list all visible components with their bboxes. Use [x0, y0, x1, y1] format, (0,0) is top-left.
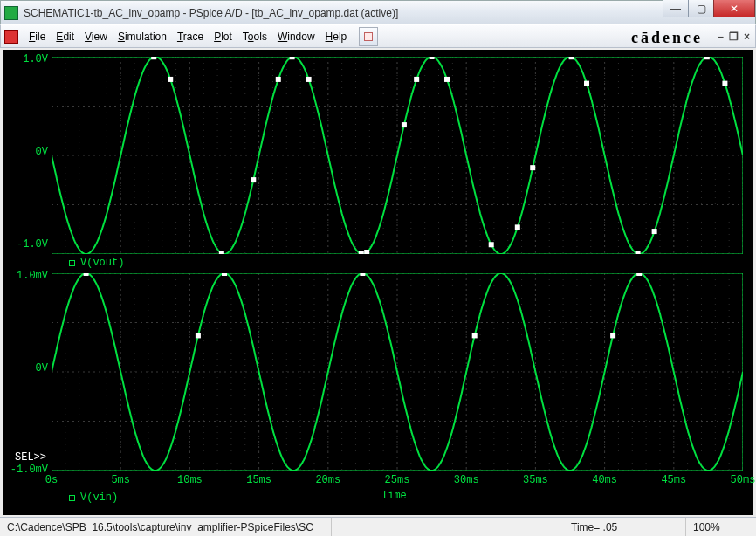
- ytick-top-1: 1.0V: [10, 53, 48, 65]
- menu-trace[interactable]: Trace: [172, 29, 209, 45]
- svg-rect-73: [290, 57, 295, 59]
- legend-vin[interactable]: V(vin): [69, 491, 118, 504]
- window-title: SCHEMATIC1-tb_AC_inv_opamp - PSpice A/D …: [24, 7, 398, 19]
- xtick-2: 10ms: [177, 474, 203, 486]
- ytick-bot-3: -1.0mV: [10, 464, 48, 476]
- legend-vout-label: V(vout): [80, 257, 124, 269]
- menu-edit[interactable]: Edit: [51, 29, 79, 45]
- xtick-9: 45ms: [661, 474, 686, 486]
- svg-rect-69: [168, 77, 173, 82]
- svg-rect-89: [722, 81, 727, 86]
- svg-rect-70: [219, 251, 224, 254]
- brand-logo: cādence: [631, 29, 703, 47]
- menu-tools[interactable]: Tools: [237, 29, 272, 45]
- xtick-10: 50ms: [731, 474, 756, 486]
- close-button[interactable]: ✕: [713, 0, 755, 17]
- x-axis-title: Time: [381, 490, 407, 502]
- legend-vout[interactable]: V(vout): [69, 257, 124, 269]
- menu-view[interactable]: View: [79, 29, 113, 45]
- ytick-bot-2: 0V: [10, 362, 48, 375]
- svg-rect-164: [636, 273, 642, 276]
- maximize-button[interactable]: ▢: [688, 0, 714, 17]
- legend-marker-icon: [69, 495, 75, 501]
- app-icon: [4, 6, 18, 20]
- svg-rect-162: [472, 333, 478, 338]
- svg-rect-163: [610, 333, 615, 338]
- ytick-top-3: -1.0V: [10, 238, 48, 251]
- legend-marker-icon: [69, 260, 75, 266]
- svg-rect-72: [276, 77, 281, 82]
- mdi-minimize[interactable]: –: [716, 31, 725, 43]
- svg-rect-83: [530, 165, 535, 170]
- menubar: File Edit View Simulation Trace Plot Too…: [0, 24, 756, 48]
- xtick-1: 5ms: [111, 474, 130, 486]
- ytick-top-2: 0V: [10, 146, 48, 158]
- svg-rect-68: [151, 57, 156, 59]
- status-zoom: 100%: [686, 518, 756, 536]
- svg-rect-75: [359, 251, 364, 254]
- svg-rect-84: [569, 57, 574, 59]
- toolbar-icon: [364, 32, 373, 41]
- mdi-buttons: – ❐ ×: [716, 31, 752, 43]
- mdi-restore[interactable]: ❐: [727, 31, 740, 43]
- xtick-5: 25ms: [385, 474, 410, 486]
- plot-container: 1.0V 0V -1.0V V(vout) 1.0mV 0V SEL>> -1.…: [3, 50, 753, 515]
- menu-simulation[interactable]: Simulation: [113, 29, 172, 45]
- svg-rect-88: [704, 57, 710, 59]
- status-path: C:\Cadence\SPB_16.5\tools\capture\inv_am…: [0, 518, 332, 536]
- svg-rect-81: [489, 242, 494, 247]
- sel-indicator: SEL>>: [15, 451, 46, 464]
- window-titlebar: SCHEMATIC1-tb_AC_inv_opamp - PSpice A/D …: [0, 0, 756, 24]
- svg-rect-159: [196, 333, 201, 338]
- svg-rect-85: [584, 81, 589, 86]
- svg-rect-86: [636, 251, 641, 254]
- menu-file[interactable]: File: [24, 29, 51, 45]
- pspice-icon: [4, 30, 18, 44]
- status-time: Time= .05: [564, 518, 686, 536]
- svg-rect-160: [222, 273, 227, 276]
- ytick-bot-1: 1.0mV: [10, 270, 48, 282]
- xtick-4: 20ms: [315, 474, 340, 486]
- xtick-6: 30ms: [454, 474, 479, 486]
- menu-help[interactable]: Help: [320, 29, 353, 45]
- svg-rect-76: [364, 250, 369, 254]
- mdi-close[interactable]: ×: [742, 31, 752, 43]
- svg-rect-71: [251, 177, 256, 182]
- menu-window[interactable]: Window: [272, 29, 320, 45]
- plot-inner: 1.0V 0V -1.0V V(vout) 1.0mV 0V SEL>> -1.…: [6, 53, 750, 512]
- xtick-3: 15ms: [246, 474, 271, 486]
- svg-rect-80: [444, 77, 450, 82]
- svg-rect-82: [515, 224, 520, 230]
- chart-vout[interactable]: [52, 57, 743, 254]
- minimize-button[interactable]: —: [663, 0, 689, 17]
- legend-vin-label: V(vin): [80, 491, 118, 504]
- chart-vin[interactable]: [52, 273, 743, 471]
- svg-rect-161: [360, 273, 365, 276]
- svg-rect-87: [652, 229, 657, 234]
- svg-rect-74: [306, 77, 312, 82]
- xtick-7: 35ms: [523, 474, 548, 486]
- toolbar-button[interactable]: [359, 27, 378, 46]
- svg-rect-158: [84, 273, 89, 276]
- menu-plot[interactable]: Plot: [209, 29, 237, 45]
- svg-rect-77: [402, 122, 407, 127]
- svg-rect-78: [414, 77, 419, 82]
- xtick-8: 40ms: [592, 474, 617, 486]
- statusbar: C:\Cadence\SPB_16.5\tools\capture\inv_am…: [0, 517, 756, 536]
- window-buttons: — ▢ ✕: [663, 0, 755, 18]
- svg-rect-79: [430, 57, 435, 59]
- xtick-0: 0s: [45, 474, 58, 486]
